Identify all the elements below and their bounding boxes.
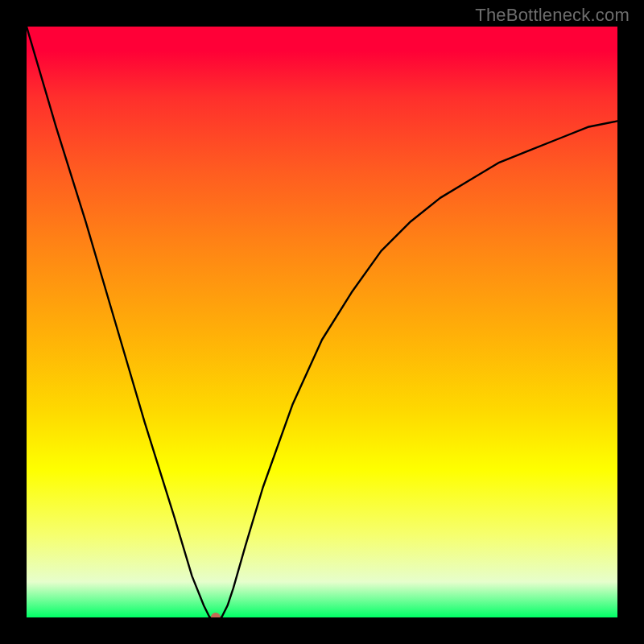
minimum-marker <box>211 613 221 617</box>
chart-frame: TheBottleneck.com <box>0 0 644 644</box>
bottleneck-curve <box>27 27 617 617</box>
plot-area <box>27 27 617 617</box>
watermark-text: TheBottleneck.com <box>475 5 630 26</box>
curve-svg <box>27 27 617 617</box>
